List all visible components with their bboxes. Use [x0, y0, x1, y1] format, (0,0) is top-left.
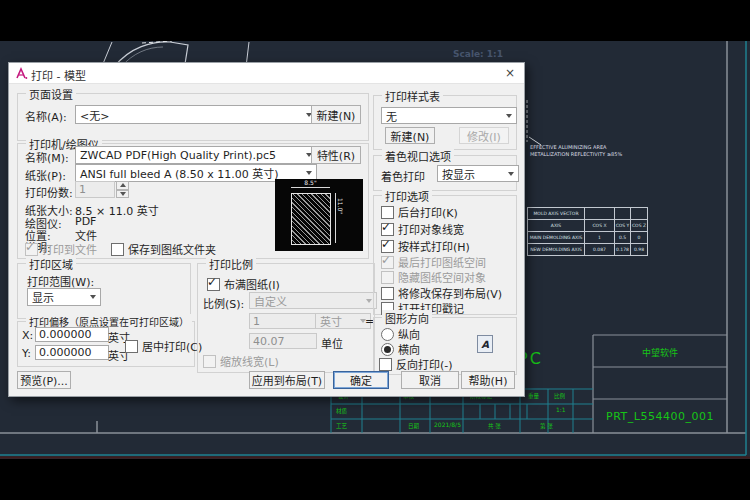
note-line2: METALLIZATION REFLECTIVITY ≥85% — [530, 151, 622, 158]
style-new-button[interactable]: 新建(N) — [385, 127, 435, 144]
hide-paperspace-checkbox: 隐藏图纸空间对象 — [381, 269, 486, 285]
scale-numerator-field: 1 — [249, 313, 317, 329]
offset-x-label: X: — [22, 329, 33, 342]
preview-button[interactable]: 预览(P)... — [17, 371, 71, 389]
titleblock-sheet-no: 第 张 — [540, 422, 553, 430]
background-plot-checkbox[interactable]: 后台打印(K) — [381, 204, 458, 220]
shade-plot-label: 着色打印 — [381, 168, 425, 184]
group-page-setup-legend: 页面设置 — [26, 86, 76, 102]
group-plot-style-legend: 打印样式表 — [382, 88, 443, 104]
landscape-radio[interactable]: 横向 — [381, 341, 420, 357]
note-line1: EFFECTIVE ALUMINIZING AREA — [530, 144, 622, 151]
table-row: AXIS COS X COS Y COS Z — [528, 220, 648, 232]
chevron-down-icon — [366, 299, 372, 303]
printer-name-combo[interactable]: ZWCAD PDF(High Quality Print).pc5 — [75, 146, 317, 164]
bottom-letterbox — [0, 459, 750, 500]
checkbox-checked-icon — [207, 278, 220, 291]
portrait-radio[interactable]: 纵向 — [381, 326, 420, 342]
dialog-titlebar[interactable]: 打印 - 模型 × — [9, 63, 524, 84]
shade-plot-combo[interactable]: 按显示 — [437, 165, 519, 182]
aluminizing-note: EFFECTIVE ALUMINIZING AREA METALLIZATION… — [530, 144, 622, 158]
checkbox-icon — [125, 340, 138, 353]
scale-label: 比例(S): — [203, 295, 244, 311]
titleblock-sheets-total: 共 张 — [488, 422, 501, 430]
checkbox-checked-icon — [381, 240, 394, 253]
checkbox-checked-icon — [25, 243, 38, 256]
radio-selected-icon — [381, 343, 394, 356]
axis-table-header: MOLD AXIS VECTOR — [528, 208, 585, 220]
group-plot-options-legend: 打印选项 — [382, 188, 432, 204]
cancel-button[interactable]: 取消 — [401, 371, 459, 389]
offset-y-field[interactable]: 0.000000 — [35, 345, 109, 360]
mold-axis-table: MOLD AXIS VECTOR AXIS COS X COS Y COS Z … — [527, 207, 648, 256]
table-row: MOLD AXIS VECTOR — [528, 208, 648, 220]
copies-label: 打印份数: — [25, 184, 73, 200]
scale-denominator-field: 40.07 — [249, 333, 317, 349]
spinner-up-button[interactable] — [116, 181, 129, 190]
printer-name-label: 名称(M): — [25, 149, 69, 165]
radio-icon — [381, 328, 394, 341]
paper-height-dim: 11.0" — [337, 198, 344, 214]
print-dialog: 打印 - 模型 × 页面设置 名称(A): <无> 新建(N) 打印机/绘图仪 … — [8, 62, 525, 397]
group-plot-area-legend: 打印区域 — [26, 256, 76, 272]
spinner-down-button[interactable] — [116, 190, 129, 199]
group-plot-scale-legend: 打印比例 — [206, 256, 256, 272]
checkbox-checked-icon — [381, 256, 394, 269]
top-letterbox — [0, 0, 750, 41]
paper-preview-thumbnail: 8.5" 11.0" — [275, 179, 363, 251]
checkbox-checked-icon — [381, 223, 394, 236]
checkbox-icon — [203, 355, 216, 368]
paperspace-last-checkbox: 最后打印图纸空间 — [381, 254, 486, 270]
checkbox-icon — [381, 206, 394, 219]
up-arrow-icon — [120, 183, 126, 187]
checkbox-icon — [381, 271, 394, 284]
table-row: MAIN DEMOLDING AXIS 1 0.5 0 — [528, 232, 648, 244]
down-arrow-icon — [120, 192, 126, 196]
scale-combo: 自定义 — [249, 292, 377, 309]
help-button[interactable]: 帮助(H) — [461, 371, 515, 389]
plot-range-combo[interactable]: 显示 — [27, 288, 101, 306]
checkbox-icon — [111, 243, 124, 256]
plot-upside-down-checkbox[interactable]: 反向打印(-) — [379, 356, 453, 372]
offset-x-field[interactable]: 0.000000 — [35, 327, 109, 342]
dim-line-vertical — [335, 193, 336, 243]
plot-style-combo[interactable]: 无 — [381, 107, 517, 124]
close-icon[interactable]: × — [502, 65, 518, 81]
paper-width-dim: 8.5" — [291, 179, 330, 186]
copies-stepper[interactable]: 1 — [75, 181, 129, 198]
table-row: NEW DEMOLDING AXIS 0.087 0.178 0.98 — [528, 244, 648, 256]
printer-properties-button[interactable]: 特性(R) — [311, 146, 361, 164]
units-label: 单位 — [321, 335, 343, 351]
style-modify-button: 修改(I) — [459, 127, 509, 144]
print-to-file-checkbox[interactable]: 打印到文件 — [25, 241, 97, 257]
plot-with-styles-checkbox[interactable]: 按样式打印(H) — [381, 238, 470, 254]
titleblock-date-label: 日期 — [408, 422, 419, 430]
pagesetup-name-combo[interactable]: <无> — [75, 105, 317, 124]
paper-hatched-area — [291, 193, 331, 245]
checkbox-icon — [379, 358, 392, 371]
titleblock-weight-label: 重量 — [528, 392, 539, 400]
copies-value[interactable]: 1 — [75, 181, 115, 198]
titleblock-material-label: 材质 — [336, 407, 347, 415]
offset-y-label: Y: — [22, 347, 31, 360]
group-shaded-legend: 着色视口选项 — [382, 148, 454, 164]
checkbox-icon — [381, 287, 394, 300]
paper-label: 纸张(P): — [25, 167, 66, 183]
apply-to-layout-button[interactable]: 应用到布局(T) — [249, 371, 325, 389]
chevron-down-icon — [306, 171, 312, 175]
titleblock-scale-label: 比例 — [554, 392, 565, 400]
titleblock-scale-value: 1:1 — [556, 406, 566, 413]
chevron-down-icon — [508, 172, 514, 176]
save-changes-to-layout-checkbox[interactable]: 将修改保存到布局(V) — [381, 285, 502, 301]
fit-to-paper-checkbox[interactable]: 布满图纸(I) — [207, 276, 280, 292]
part-number: PRT_L554400_001 — [593, 410, 727, 423]
zwcad-app-icon — [15, 67, 28, 80]
pagesetup-name-label: 名称(A): — [25, 108, 67, 124]
save-to-folder-checkbox[interactable]: 保存到图纸文件夹 — [111, 241, 216, 257]
ok-button[interactable]: 确定 — [333, 371, 389, 389]
chevron-down-icon — [90, 295, 96, 299]
plot-lineweights-checkbox[interactable]: 打印对象线宽 — [381, 221, 464, 237]
center-plot-checkbox[interactable]: 居中打印(C) — [125, 338, 202, 354]
scale-lineweights-checkbox: 缩放线宽(L) — [203, 353, 279, 369]
pagesetup-new-button[interactable]: 新建(N) — [311, 105, 361, 124]
